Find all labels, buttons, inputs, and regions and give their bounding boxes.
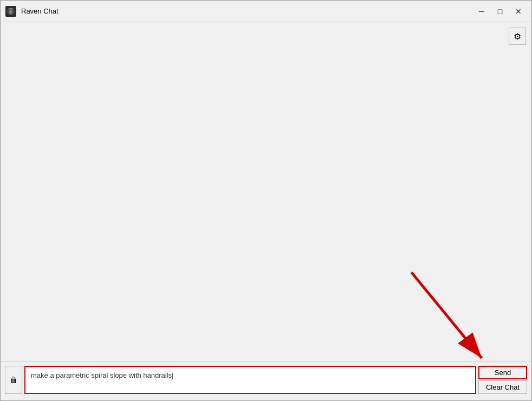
gear-icon: ⚙ [514,31,521,42]
title-bar-controls: ─ □ ✕ [473,4,527,19]
content-area: ⚙ 🗑 Send [1,22,531,400]
title-bar-left: Raven Chat [5,5,59,17]
close-button[interactable]: ✕ [510,4,527,19]
maximize-button[interactable]: □ [491,4,509,19]
app-title: Raven Chat [21,7,59,15]
right-buttons: Send Clear Chat [478,366,527,396]
input-wrapper [24,366,476,396]
main-window: Raven Chat ─ □ ✕ ⚙ 🗑 [0,0,532,401]
settings-button[interactable]: ⚙ [509,28,526,45]
attachment-button[interactable]: 🗑 [5,366,22,394]
send-button[interactable]: Send [478,366,527,379]
trash-icon: 🗑 [10,376,17,384]
chat-area [1,22,531,361]
app-icon [5,5,17,17]
clear-chat-button[interactable]: Clear Chat [478,380,527,394]
message-input[interactable] [24,366,476,394]
bottom-bar: 🗑 Send Clear Chat [1,361,531,400]
minimize-button[interactable]: ─ [473,4,490,19]
title-bar: Raven Chat ─ □ ✕ [1,1,531,22]
